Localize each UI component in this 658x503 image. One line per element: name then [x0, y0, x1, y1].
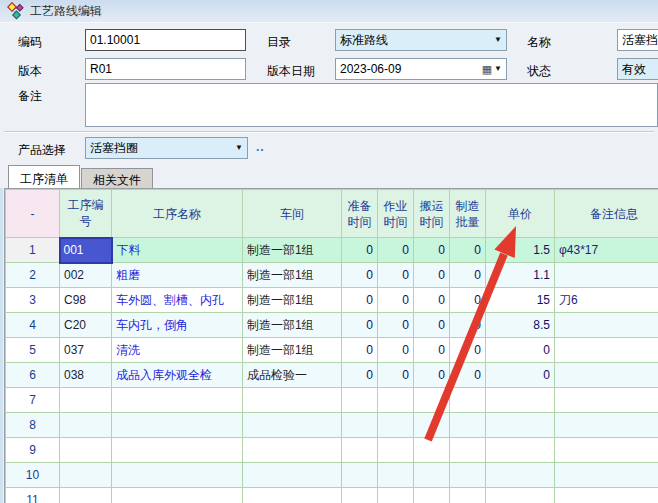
- cell-workshop[interactable]: [243, 463, 342, 488]
- cell-process-name[interactable]: 清洗: [112, 338, 243, 363]
- col-header-batch-qty[interactable]: 制造批量: [450, 190, 486, 238]
- col-header-process-no[interactable]: 工序编号: [60, 190, 112, 238]
- cell-unit-price[interactable]: 1.1: [486, 263, 555, 288]
- row-number[interactable]: 9: [6, 438, 60, 463]
- cell-remark-info[interactable]: [555, 388, 658, 413]
- cell-workshop[interactable]: 制造一部1组: [243, 288, 342, 313]
- cell-remark-info[interactable]: [555, 263, 658, 288]
- col-header-unit-price[interactable]: 单价: [486, 190, 555, 238]
- cell-work-time[interactable]: 0: [378, 288, 414, 313]
- cell-move-time[interactable]: 0: [414, 288, 450, 313]
- cell-remark-info[interactable]: 刀6: [555, 288, 658, 313]
- version-input[interactable]: R01: [85, 58, 246, 80]
- cell-process-no[interactable]: [60, 388, 112, 413]
- cell-unit-price[interactable]: [486, 438, 555, 463]
- cell-process-no[interactable]: [60, 438, 112, 463]
- cell-process-name[interactable]: 车内孔，倒角: [112, 313, 243, 338]
- remark-textarea[interactable]: [85, 83, 658, 127]
- cell-move-time[interactable]: 0: [414, 263, 450, 288]
- cell-unit-price[interactable]: 1.5: [486, 238, 555, 263]
- cell-process-name[interactable]: [112, 413, 243, 438]
- cell-work-time[interactable]: [378, 463, 414, 488]
- cell-prep-time[interactable]: 0: [342, 263, 378, 288]
- cell-move-time[interactable]: [414, 438, 450, 463]
- cell-prep-time[interactable]: [342, 388, 378, 413]
- cell-process-name[interactable]: 成品入库外观全检: [112, 363, 243, 388]
- code-input[interactable]: 01.10001: [85, 29, 246, 51]
- cell-unit-price[interactable]: 15: [486, 288, 555, 313]
- cell-remark-info[interactable]: [555, 488, 658, 503]
- cell-workshop[interactable]: 制造一部1组: [243, 313, 342, 338]
- cell-batch-qty[interactable]: [450, 438, 486, 463]
- cell-prep-time[interactable]: 0: [342, 313, 378, 338]
- cell-remark-info[interactable]: [555, 463, 658, 488]
- col-header-process-name[interactable]: 工序名称: [112, 190, 243, 238]
- col-header-workshop[interactable]: 车间: [243, 190, 342, 238]
- cell-workshop[interactable]: 制造一部1组: [243, 238, 342, 263]
- cell-process-no[interactable]: 002: [60, 263, 112, 288]
- cell-workshop[interactable]: 制造一部1组: [243, 263, 342, 288]
- row-number[interactable]: 1: [6, 238, 60, 263]
- row-number[interactable]: 3: [6, 288, 60, 313]
- cell-move-time[interactable]: 0: [414, 363, 450, 388]
- cell-work-time[interactable]: [378, 388, 414, 413]
- col-header-indicator[interactable]: -: [6, 190, 60, 238]
- cell-workshop[interactable]: 成品检验一: [243, 363, 342, 388]
- cell-unit-price[interactable]: [486, 463, 555, 488]
- row-number[interactable]: 5: [6, 338, 60, 363]
- name-input[interactable]: 活塞挡圈: [617, 29, 658, 51]
- cell-batch-qty[interactable]: 0: [450, 363, 486, 388]
- cell-remark-info[interactable]: φ43*17: [555, 238, 658, 263]
- row-number[interactable]: 6: [6, 363, 60, 388]
- cell-batch-qty[interactable]: [450, 388, 486, 413]
- cell-work-time[interactable]: 0: [378, 238, 414, 263]
- cell-batch-qty[interactable]: 0: [450, 263, 486, 288]
- product-dropdown[interactable]: 活塞挡圈 ▼: [85, 137, 248, 159]
- chevron-down-icon[interactable]: ▼: [235, 140, 243, 156]
- cell-process-no[interactable]: C98: [60, 288, 112, 313]
- cell-prep-time[interactable]: [342, 488, 378, 503]
- col-header-work-time[interactable]: 作业时间: [378, 190, 414, 238]
- cell-prep-time[interactable]: 0: [342, 238, 378, 263]
- cell-move-time[interactable]: 0: [414, 338, 450, 363]
- row-number[interactable]: 7: [6, 388, 60, 413]
- product-browse-button[interactable]: ..: [256, 140, 265, 154]
- cell-process-no[interactable]: 001: [60, 238, 112, 263]
- row-number[interactable]: 10: [6, 463, 60, 488]
- cell-work-time[interactable]: 0: [378, 263, 414, 288]
- cell-workshop[interactable]: 制造一部1组: [243, 338, 342, 363]
- catalog-dropdown[interactable]: 标准路线 ▼: [335, 29, 507, 51]
- cell-work-time[interactable]: [378, 413, 414, 438]
- cell-batch-qty[interactable]: 0: [450, 338, 486, 363]
- cell-process-name[interactable]: [112, 488, 243, 503]
- cell-work-time[interactable]: 0: [378, 313, 414, 338]
- cell-work-time[interactable]: 0: [378, 338, 414, 363]
- cell-remark-info[interactable]: [555, 413, 658, 438]
- cell-unit-price[interactable]: [486, 488, 555, 503]
- cell-workshop[interactable]: [243, 388, 342, 413]
- version-date-picker[interactable]: 2023-06-09 ▦ ▼: [335, 58, 507, 80]
- cell-remark-info[interactable]: [555, 363, 658, 388]
- cell-process-no[interactable]: 037: [60, 338, 112, 363]
- cell-workshop[interactable]: [243, 413, 342, 438]
- cell-prep-time[interactable]: [342, 413, 378, 438]
- cell-process-no[interactable]: [60, 413, 112, 438]
- cell-move-time[interactable]: [414, 488, 450, 503]
- cell-unit-price[interactable]: 0: [486, 363, 555, 388]
- cell-work-time[interactable]: 0: [378, 363, 414, 388]
- cell-unit-price[interactable]: [486, 388, 555, 413]
- row-number[interactable]: 8: [6, 413, 60, 438]
- cell-process-name[interactable]: [112, 463, 243, 488]
- cell-work-time[interactable]: [378, 488, 414, 503]
- cell-process-name[interactable]: 下料: [112, 238, 243, 263]
- col-header-remark-info[interactable]: 备注信息: [555, 190, 658, 238]
- cell-batch-qty[interactable]: 0: [450, 313, 486, 338]
- cell-process-name[interactable]: 车外圆、割槽、内孔: [112, 288, 243, 313]
- cell-remark-info[interactable]: [555, 338, 658, 363]
- col-header-move-time[interactable]: 搬运时间: [414, 190, 450, 238]
- col-header-prep-time[interactable]: 准备时间: [342, 190, 378, 238]
- cell-prep-time[interactable]: 0: [342, 338, 378, 363]
- cell-process-name[interactable]: [112, 438, 243, 463]
- cell-prep-time[interactable]: 0: [342, 363, 378, 388]
- cell-batch-qty[interactable]: [450, 413, 486, 438]
